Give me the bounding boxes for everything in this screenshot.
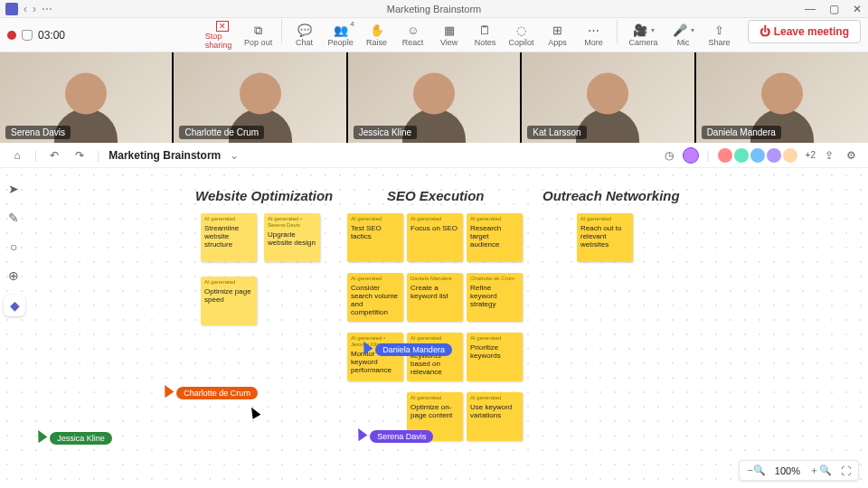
maximize-icon[interactable]: ▢ <box>828 4 839 14</box>
sticky-note[interactable]: AI generatedReach out to relevant websit… <box>577 213 633 262</box>
leave-meeting-button[interactable]: ⏻ Leave meeting <box>748 20 861 43</box>
share-button[interactable]: ⇧ Share <box>703 20 737 51</box>
avatar[interactable] <box>683 147 699 164</box>
meeting-toolbar: 03:00 ✕ Stop sharing ⧉ Pop out 💬 Chat 👥 … <box>0 18 868 52</box>
timer-icon[interactable]: ◷ <box>661 147 677 164</box>
video-tile[interactable]: Charlotte de Crum <box>174 52 345 143</box>
zoom-level[interactable]: 100% <box>775 465 800 476</box>
undo-icon[interactable]: ↶ <box>46 147 62 164</box>
remote-cursor-daniela: Daniela Mandera <box>360 342 452 356</box>
whiteboard-title[interactable]: Marketing Brainstorm <box>108 149 221 162</box>
video-tile[interactable]: Jessica Kline <box>348 52 520 143</box>
cursor-icon <box>358 340 373 355</box>
avatar[interactable] <box>717 147 733 164</box>
camera-icon: 🎥▾ <box>637 23 651 38</box>
recording-indicator: 03:00 <box>7 29 65 42</box>
copilot-icon: ◌ <box>514 23 529 38</box>
home-icon[interactable]: ⌂ <box>9 147 25 164</box>
remote-cursor-charlotte: Charlotte de Crum <box>161 385 258 399</box>
sticky-note[interactable]: AI generatedTest SEO tactics <box>347 213 403 262</box>
view-icon: ▦ <box>442 23 457 38</box>
raise-hand-button[interactable]: ✋ Raise <box>360 20 394 51</box>
section-title-outreach: Outreach Networking <box>542 188 680 203</box>
more-button[interactable]: ⋯ More <box>577 20 611 51</box>
avatar[interactable] <box>750 147 766 164</box>
sticky-note[interactable]: AI generatedOptimize page speed <box>201 277 257 325</box>
add-tool-icon[interactable]: ⊕ <box>4 266 24 286</box>
record-dot-icon <box>7 31 16 40</box>
apps-button[interactable]: ⊞ Apps <box>541 20 575 51</box>
remote-cursor-serena: Serena Davis <box>354 428 433 443</box>
sticky-note[interactable]: AI generatedResearch target audience <box>467 213 523 262</box>
sticky-note[interactable]: AI generatedStreamline website structure <box>201 213 257 262</box>
stop-sharing-icon: ✕ <box>216 21 229 32</box>
camera-button[interactable]: 🎥▾ Camera <box>623 20 665 51</box>
sticky-note[interactable]: AI generatedUse keyword variations <box>467 392 523 441</box>
chevron-down-icon[interactable]: ⌄ <box>230 149 239 162</box>
whiteboard-tool-rail: ➤ ✎ ○ ⊕ ◆ <box>4 179 25 316</box>
fit-screen-icon[interactable]: ⛶ <box>841 465 851 476</box>
react-icon: ☺ <box>406 23 420 38</box>
video-tile[interactable]: Serena Davis <box>0 52 172 143</box>
sticky-note[interactable]: AI generatedFocus on SEO <box>407 213 463 262</box>
whiteboard-canvas[interactable]: ➤ ✎ ○ ⊕ ◆ Website Optimization SEO Execu… <box>0 168 868 488</box>
video-strip: Serena Davis Charlotte de Crum Jessica K… <box>0 52 868 143</box>
settings-icon[interactable]: ⚙ <box>843 147 859 164</box>
sticky-note[interactable]: Charlotte de CrumRefine keyword strategy <box>467 273 523 322</box>
cursor-icon <box>159 383 175 399</box>
forward-icon[interactable]: › <box>33 3 36 15</box>
chevron-down-icon: ▾ <box>691 26 694 34</box>
view-button[interactable]: ▦ View <box>432 20 467 51</box>
sticky-note[interactable]: AI generatedRank keywords based on relev… <box>407 333 463 381</box>
section-title-seo: SEO Execution <box>387 188 485 203</box>
overflow-icon[interactable]: ⋯ <box>42 3 52 15</box>
sticky-note[interactable]: AI generated • Serena DavisUpgrade websi… <box>264 213 320 262</box>
video-tile[interactable]: Daniela Mandera <box>696 52 868 143</box>
notes-icon: 🗒 <box>478 23 493 38</box>
separator <box>281 20 282 43</box>
avatar[interactable] <box>782 147 798 164</box>
people-button[interactable]: 👥 4 People <box>324 20 358 51</box>
back-icon[interactable]: ‹ <box>24 3 27 15</box>
section-title-website: Website Optimization <box>195 188 333 203</box>
people-icon: 👥 <box>334 23 348 38</box>
pop-out-button[interactable]: ⧉ Pop out <box>241 20 276 51</box>
notes-button[interactable]: 🗒 Notes <box>468 20 503 51</box>
avatar[interactable] <box>733 147 750 164</box>
copilot-button[interactable]: ◌ Copilot <box>505 20 539 51</box>
share-whiteboard-icon[interactable]: ⇪ <box>821 147 837 164</box>
close-icon[interactable]: ✕ <box>852 4 863 14</box>
whiteboard-header: ⌂ | ↶ ↷ | Marketing Brainstorm ⌄ ◷ | +2 … <box>0 143 868 168</box>
share-icon: ⇧ <box>712 23 727 38</box>
teams-logo-icon <box>5 3 18 15</box>
cursor-icon <box>353 427 368 442</box>
shield-icon <box>22 30 33 41</box>
zoom-in-icon[interactable]: ＋🔍 <box>809 464 832 477</box>
copilot-whiteboard-icon[interactable]: ◆ <box>4 295 25 316</box>
redo-icon[interactable]: ↷ <box>71 147 88 164</box>
raise-hand-icon: ✋ <box>370 23 384 38</box>
zoom-out-icon[interactable]: −🔍 <box>747 465 765 476</box>
sticky-note[interactable]: AI generatedConsider search volume and c… <box>347 273 403 322</box>
zoom-bar: −🔍 100% ＋🔍 ⛶ <box>739 460 859 481</box>
people-count: 4 <box>350 20 354 28</box>
mic-icon: 🎤▾ <box>676 23 691 38</box>
react-button[interactable]: ☺ React <box>396 20 430 51</box>
pointer-tool-icon[interactable]: ➤ <box>4 179 24 199</box>
local-cursor-icon <box>248 405 261 418</box>
minimize-icon[interactable]: — <box>805 4 816 14</box>
pop-out-icon: ⧉ <box>251 23 266 38</box>
pen-tool-icon[interactable]: ✎ <box>4 208 24 228</box>
extra-avatars-count[interactable]: +2 <box>806 150 816 160</box>
stop-sharing-button[interactable]: ✕ Stop sharing <box>205 20 240 51</box>
mic-button[interactable]: 🎤▾ Mic <box>666 20 701 51</box>
comment-tool-icon[interactable]: ○ <box>4 237 24 257</box>
chat-button[interactable]: 💬 Chat <box>288 20 322 51</box>
apps-icon: ⊞ <box>551 23 565 38</box>
video-tile[interactable]: Kat Larsson <box>522 52 693 143</box>
sticky-note[interactable]: AI generatedPrioritize keywords <box>467 333 523 381</box>
sticky-note[interactable]: Daniela ManderaCreate a keyword list <box>407 273 463 322</box>
avatar[interactable] <box>766 147 782 164</box>
remote-cursor-jessica: Jessica Kline <box>34 430 112 445</box>
sticky-note[interactable]: AI generated • Jessica KlineMonitor keyw… <box>347 333 403 381</box>
